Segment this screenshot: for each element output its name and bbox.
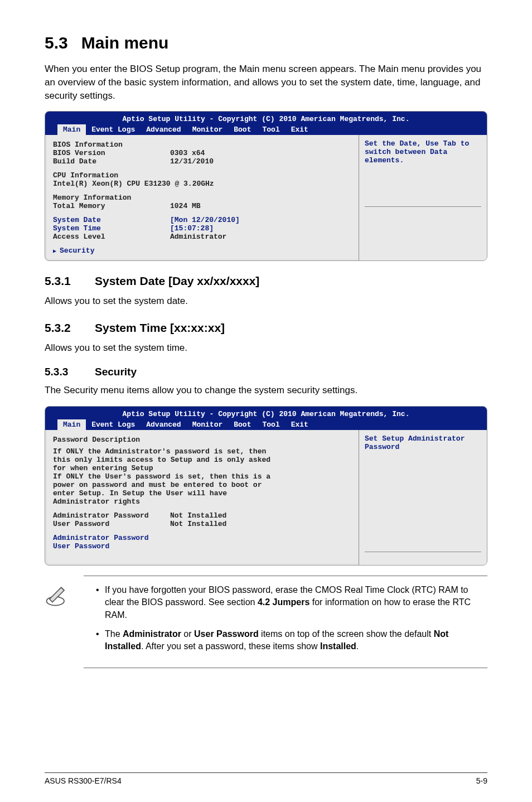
cpu-info-title: CPU Information — [53, 171, 351, 180]
bios2-header: Aptio Setup Utility - Copyright (C) 2010… — [45, 407, 487, 430]
heading-title: Main menu — [81, 33, 169, 52]
note-item-2: The Administrator or User Password items… — [96, 628, 487, 653]
note2-b: Administrator — [123, 629, 181, 639]
password-description-title: Password Description — [53, 436, 351, 444]
bios-version-value: 0303 x64 — [170, 149, 205, 157]
subsection-531: 5.3.1System Date [Day xx/xx/xxxx] — [45, 274, 487, 288]
bios2-help-divider — [365, 552, 481, 561]
bios-version-label: BIOS Version — [53, 149, 170, 157]
access-level-value: Administrator — [170, 233, 226, 241]
note2-i: . — [356, 641, 359, 651]
bios-tab-tool[interactable]: Tool — [257, 124, 285, 135]
bios-tab-main[interactable]: Main — [57, 124, 86, 135]
subsection-532-title: System Time [xx:xx:xx] — [95, 321, 225, 334]
bios2-tab-boot[interactable]: Boot — [228, 419, 257, 430]
subsection-533-body: The Security menu items allow you to cha… — [45, 384, 487, 397]
access-level-label: Access Level — [53, 233, 170, 241]
user-pw-value: Not Installed — [170, 520, 226, 528]
subsection-533-num: 5.3.3 — [45, 366, 95, 378]
bios-tab-bar: Main Event Logs Advanced Monitor Boot To… — [51, 124, 481, 135]
system-time-label[interactable]: System Time — [53, 224, 170, 233]
subsection-531-num: 5.3.1 — [45, 274, 95, 288]
bios2-help-panel: Set Setup Administrator Password — [359, 430, 487, 565]
bios-screenshot-security: Aptio Setup Utility - Copyright (C) 2010… — [45, 406, 487, 566]
bios-tab-exit[interactable]: Exit — [286, 124, 314, 135]
user-pw-link[interactable]: User Password — [53, 542, 351, 550]
bios-tab-advanced[interactable]: Advanced — [141, 124, 186, 135]
build-date-label: Build Date — [53, 157, 170, 166]
bios2-tab-eventlogs[interactable]: Event Logs — [86, 419, 141, 430]
bios-tab-boot[interactable]: Boot — [228, 124, 257, 135]
cpu-info-value: Intel(R) Xeon(R) CPU E31230 @ 3.20GHz — [53, 180, 351, 188]
bios2-tab-tool[interactable]: Tool — [257, 419, 285, 430]
note2-e: items on top of the screen show the defa… — [259, 629, 434, 639]
page-heading: 5.3Main menu — [45, 33, 487, 52]
system-date-value[interactable]: [Mon 12/20/2010] — [170, 216, 240, 224]
build-date-value: 12/31/2010 — [170, 157, 214, 166]
user-pw-label: User Password — [53, 520, 170, 528]
note2-c: or — [181, 629, 194, 639]
bios-screenshot-main: Aptio Setup Utility - Copyright (C) 2010… — [45, 111, 487, 261]
subsection-533-title: Security — [95, 366, 137, 378]
bios2-left-panel: Password Description If ONLY the Adminis… — [45, 430, 359, 565]
footer-right: 5-9 — [476, 776, 487, 785]
admin-pw-link[interactable]: Administrator Password — [53, 534, 351, 542]
note1-bold: 4.2 Jumpers — [258, 597, 309, 607]
bios-tab-eventlogs[interactable]: Event Logs — [86, 124, 141, 135]
bios-info-title: BIOS Information — [53, 141, 351, 149]
bios-copyright: Aptio Setup Utility - Copyright (C) 2010… — [51, 115, 481, 124]
admin-pw-value: Not Installed — [170, 511, 226, 520]
security-submenu-label: Security — [60, 247, 94, 255]
bios-help-divider — [365, 206, 481, 215]
note2-h: Installed — [320, 641, 356, 651]
bios2-tab-advanced[interactable]: Advanced — [141, 419, 186, 430]
subsection-533: 5.3.3Security — [45, 366, 487, 378]
bios2-tab-exit[interactable]: Exit — [286, 419, 314, 430]
bios-left-panel: BIOS Information BIOS Version0303 x64 Bu… — [45, 135, 359, 260]
bios2-copyright: Aptio Setup Utility - Copyright (C) 2010… — [51, 410, 481, 419]
admin-pw-label: Administrator Password — [53, 511, 170, 520]
note-icon — [45, 576, 72, 668]
bios-help-text: Set the Date, Use Tab to switch between … — [365, 139, 481, 173]
bios2-tab-bar: Main Event Logs Advanced Monitor Boot To… — [51, 419, 481, 430]
bios2-help-text: Set Setup Administrator Password — [365, 434, 481, 468]
password-description-body: If ONLY the Administrator's password is … — [53, 447, 287, 506]
subsection-532-num: 5.3.2 — [45, 321, 95, 335]
total-memory-label: Total Memory — [53, 202, 170, 210]
heading-number: 5.3 — [45, 33, 68, 52]
total-memory-value: 1024 MB — [170, 202, 201, 210]
subsection-531-body: Allows you to set the system date. — [45, 294, 487, 308]
subsection-531-title: System Date [Day xx/xx/xxxx] — [95, 274, 259, 287]
page-footer: ASUS RS300-E7/RS4 5-9 — [45, 772, 487, 785]
bios2-tab-monitor[interactable]: Monitor — [187, 419, 229, 430]
system-time-value[interactable]: [15:07:28] — [170, 224, 214, 233]
bios2-tab-main[interactable]: Main — [57, 419, 86, 430]
note-item-1: If you have forgotten your BIOS password… — [96, 584, 487, 621]
note2-g: . After you set a password, these items … — [141, 641, 320, 651]
subsection-532-body: Allows you to set the system time. — [45, 341, 487, 355]
note-block: If you have forgotten your BIOS password… — [45, 576, 487, 668]
bios-header: Aptio Setup Utility - Copyright (C) 2010… — [45, 112, 487, 135]
footer-left: ASUS RS300-E7/RS4 — [45, 776, 122, 785]
intro-paragraph: When you enter the BIOS Setup program, t… — [45, 62, 487, 102]
bios-help-panel: Set the Date, Use Tab to switch between … — [359, 135, 487, 260]
security-submenu[interactable]: Security — [53, 247, 351, 255]
note2-a: The — [105, 629, 123, 639]
note2-d: User Password — [194, 629, 259, 639]
system-date-label[interactable]: System Date — [53, 216, 170, 224]
subsection-532: 5.3.2System Time [xx:xx:xx] — [45, 321, 487, 335]
bios-tab-monitor[interactable]: Monitor — [187, 124, 229, 135]
memory-info-title: Memory Information — [53, 194, 351, 202]
